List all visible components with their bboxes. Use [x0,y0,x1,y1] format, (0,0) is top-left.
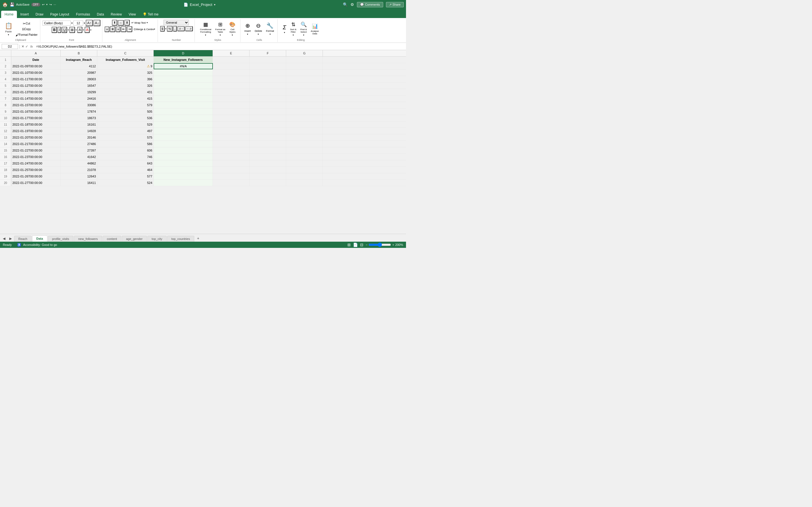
cell-c5[interactable]: 326 [97,82,154,89]
row-number-4[interactable]: 4 [0,76,11,82]
cell-f11[interactable] [250,121,286,128]
tab-draw[interactable]: Draw [32,11,47,18]
tab-view[interactable]: View [125,11,139,18]
cell-e8[interactable] [213,102,250,108]
merge-dropdown[interactable]: ▾ [154,28,155,31]
col-header-f[interactable]: F [250,50,286,56]
sheet-tab-content[interactable]: content [103,236,121,242]
cell-b3[interactable]: 20987 [61,69,97,76]
cell-b6[interactable]: 19299 [61,89,97,95]
row-number-15[interactable]: 15 [0,147,11,154]
increase-font-button[interactable]: A↑ [86,20,93,26]
page-layout-icon[interactable]: 📄 [353,242,358,247]
cs-dropdown[interactable]: ▾ [232,34,233,36]
align-top-button[interactable]: ⬆ [112,20,117,25]
delete-dropdown[interactable]: ▾ [258,33,259,36]
accounting-button[interactable]: $ [160,26,165,32]
percent-button[interactable]: % [167,26,172,32]
row-number-16[interactable]: 16 [0,154,11,160]
cell-b12[interactable]: 14928 [61,128,97,134]
cell-c16[interactable]: 746 [97,154,154,160]
align-middle-button[interactable]: ↔ [118,20,124,25]
cell-b13[interactable]: 20146 [61,134,97,140]
increase-indent-button[interactable]: ⇥ [127,26,132,32]
search-icon[interactable]: 🔍 [343,2,348,7]
cell-styles-button[interactable]: 🎨 CellStyles ▾ [227,20,237,38]
cell-e7[interactable] [213,96,250,102]
cell-e15[interactable] [213,147,250,154]
cell-c15[interactable]: 606 [97,147,154,154]
cell-f16[interactable] [250,154,286,160]
align-bottom-button[interactable]: ⬇ [124,20,130,25]
cell-a20[interactable]: 2022-01-27T00:00:00 [11,180,61,186]
cell-f19[interactable] [250,173,286,179]
zoom-out-icon[interactable]: − [366,243,367,246]
cell-a5[interactable]: 2022-01-12T00:00:00 [11,82,61,89]
cell-a2[interactable]: 2022-01-09T00:00:00 [11,63,61,69]
cell-d15[interactable] [154,147,213,154]
row-number-6[interactable]: 6 [0,89,11,95]
font-name-input[interactable] [43,20,71,25]
cell-d3[interactable] [154,69,213,76]
tab-tell-me[interactable]: 💡 Tell me [139,11,162,18]
cell-d16[interactable] [154,154,213,160]
normal-view-icon[interactable]: ⊞ [347,242,351,247]
wrap-dropdown[interactable]: ▾ [147,21,148,24]
cell-e14[interactable] [213,141,250,147]
insert-cells-button[interactable]: ⊕ Insert ▾ [243,21,253,37]
cell-b5[interactable]: 16547 [61,82,97,89]
cell-c10[interactable]: 536 [97,115,154,121]
copy-button[interactable]: ⎘ Copy [15,27,38,32]
cell-e18[interactable] [213,167,250,173]
format-dropdown[interactable]: ▾ [269,33,271,36]
cell-f7[interactable] [250,96,286,102]
cell-a6[interactable]: 2022-01-13T00:00:00 [11,89,61,95]
cell-d2[interactable]: #N/A [154,63,213,69]
cell-b2[interactable]: 4112 [61,63,97,69]
cell-g2[interactable] [286,63,323,69]
cell-a10[interactable]: 2022-01-17T00:00:00 [11,115,61,121]
cell-f8[interactable] [250,102,286,108]
row-number-13[interactable]: 13 [0,134,11,140]
tab-page-layout[interactable]: Page Layout [47,11,72,18]
cut-button[interactable]: ✂ Cut [15,21,38,26]
row-number-9[interactable]: 9 [0,108,11,115]
page-break-icon[interactable]: ⊟ [360,242,363,247]
underline-dropdown[interactable]: ▾ [68,29,69,31]
align-left-button[interactable]: ≡ [105,26,109,32]
cell-b16[interactable]: 41642 [61,154,97,160]
cell-f4[interactable] [250,76,286,82]
cell-d7[interactable] [154,96,213,102]
add-sheet-button[interactable]: + [195,235,202,242]
sf-dropdown[interactable]: ▾ [293,34,294,36]
cell-d19[interactable] [154,173,213,179]
sort-filter-button[interactable]: ⇅ Sort &Filter ▾ [289,20,298,38]
cell-c18[interactable]: 464 [97,167,154,173]
sheet-tab-data[interactable]: Data [32,235,47,242]
cell-a18[interactable]: 2022-01-25T00:00:00 [11,167,61,173]
cell-f6[interactable] [250,89,286,95]
col-header-a[interactable]: A [11,50,61,56]
row-number-8[interactable]: 8 [0,102,11,108]
cell-c9[interactable]: 505 [97,108,154,115]
font-size-dropdown[interactable]: ▾ [84,22,85,24]
decrease-font-button[interactable]: A↓ [93,20,100,26]
cell-g13[interactable] [286,134,323,140]
col-header-d[interactable]: D [154,50,213,56]
cell-b18[interactable]: 21078 [61,167,97,173]
paste-dropdown[interactable]: ▾ [8,34,9,36]
cell-d6[interactable] [154,89,213,95]
underline-button[interactable]: U [62,27,67,33]
cell-g9[interactable] [286,108,323,115]
fill-color-button[interactable]: A [77,27,82,33]
cell-e20[interactable] [213,180,250,186]
cell-c11[interactable]: 529 [97,121,154,128]
cell-b11[interactable]: 16161 [61,121,97,128]
cell-reference-box[interactable] [2,44,18,49]
cell-c12[interactable]: 497 [97,128,154,134]
cell-b15[interactable]: 27397 [61,147,97,154]
cell-a11[interactable]: 2022-01-18T00:00:00 [11,121,61,128]
col-header-e[interactable]: E [213,50,250,56]
row-number-2[interactable]: 2 [0,63,11,69]
cell-f9[interactable] [250,108,286,115]
